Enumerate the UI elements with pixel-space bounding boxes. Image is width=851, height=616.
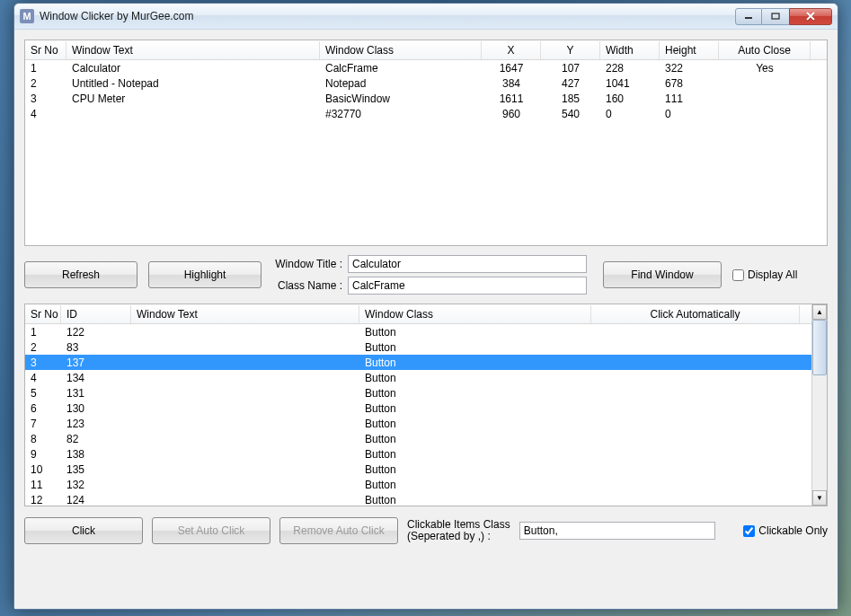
find-window-button[interactable]: Find Window <box>603 261 722 288</box>
column-header[interactable]: Window Text <box>131 305 359 323</box>
refresh-button[interactable]: Refresh <box>24 261 137 288</box>
minimize-button[interactable] <box>735 8 762 25</box>
titlebar[interactable]: M Window Clicker by MurGee.com <box>14 4 838 30</box>
class-name-input[interactable] <box>348 277 587 295</box>
windows-table[interactable]: Sr NoWindow TextWindow ClassXYWidthHeigh… <box>24 40 828 246</box>
table-row[interactable]: 6130Button <box>25 400 811 416</box>
highlight-button[interactable]: Highlight <box>148 261 262 288</box>
column-header[interactable]: Sr No <box>25 41 66 59</box>
table-row[interactable]: 12124Button <box>25 492 811 506</box>
click-button[interactable]: Click <box>24 517 143 544</box>
table-row[interactable]: 882Button <box>25 431 811 446</box>
close-button[interactable] <box>789 8 832 25</box>
remove-auto-click-button[interactable]: Remove Auto Click <box>279 517 398 544</box>
column-header[interactable]: Sr No <box>25 305 61 323</box>
column-header[interactable]: Auto Close <box>719 41 811 59</box>
column-header[interactable]: Window Class <box>320 41 482 59</box>
window-title-input[interactable] <box>348 255 587 273</box>
set-auto-click-button[interactable]: Set Auto Click <box>152 517 270 544</box>
scroll-down-icon[interactable]: ▼ <box>812 490 827 506</box>
table-row[interactable]: 3CPU MeterBasicWindow1611185160111 <box>25 91 827 106</box>
column-header[interactable]: Window Text <box>66 41 320 59</box>
client-area: Sr NoWindow TextWindow ClassXYWidthHeigh… <box>14 30 838 609</box>
clickable-items-label: Clickable Items Class (Seperated by ,) : <box>407 519 510 542</box>
clickable-items-input[interactable] <box>519 522 715 540</box>
table-row[interactable]: 9138Button <box>25 446 811 462</box>
scroll-up-icon[interactable]: ▲ <box>812 304 827 320</box>
maximize-button[interactable] <box>762 8 789 25</box>
window-title: Window Clicker by MurGee.com <box>40 10 735 22</box>
table-row[interactable]: 4#3277096054000 <box>25 106 827 121</box>
svg-rect-0 <box>745 17 752 19</box>
scrollbar[interactable]: ▲ ▼ <box>811 304 827 506</box>
table-row[interactable]: 283Button <box>25 339 811 355</box>
svg-rect-1 <box>772 13 779 19</box>
app-window: M Window Clicker by MurGee.com Sr NoWind… <box>13 3 838 610</box>
scroll-thumb[interactable] <box>812 320 827 375</box>
table-row[interactable]: 1122Button <box>25 324 811 339</box>
table-row[interactable]: 7123Button <box>25 416 811 431</box>
app-icon: M <box>20 9 34 23</box>
display-all-checkbox[interactable]: Display All <box>732 268 797 281</box>
table-row[interactable]: 11132Button <box>25 477 811 492</box>
column-header[interactable]: Width <box>600 41 660 59</box>
clickable-only-checkbox[interactable]: Clickable Only <box>743 524 828 537</box>
bottom-controls: Click Set Auto Click Remove Auto Click C… <box>24 514 828 544</box>
table-row[interactable]: 3137Button <box>25 355 811 370</box>
column-header[interactable]: Y <box>541 41 600 59</box>
table-row[interactable]: 4134Button <box>25 370 811 385</box>
window-title-label: Window Title : <box>272 258 342 270</box>
table-row[interactable]: 2Untitled - NotepadNotepad3844271041678 <box>25 75 827 91</box>
column-header[interactable]: Window Class <box>359 305 591 323</box>
column-header[interactable]: ID <box>61 305 131 323</box>
table-row[interactable]: 1CalculatorCalcFrame1647107228322Yes <box>25 60 827 75</box>
table-row[interactable]: 10135Button <box>25 462 811 477</box>
column-header[interactable]: Click Automatically <box>591 305 800 323</box>
mid-controls: Refresh Highlight Window Title : Class N… <box>24 253 828 296</box>
controls-table[interactable]: Sr NoIDWindow TextWindow ClassClick Auto… <box>24 304 828 506</box>
table-row[interactable]: 5131Button <box>25 385 811 400</box>
column-header[interactable]: X <box>482 41 541 59</box>
column-header[interactable]: Height <box>660 41 719 59</box>
class-name-label: Class Name : <box>272 279 342 292</box>
